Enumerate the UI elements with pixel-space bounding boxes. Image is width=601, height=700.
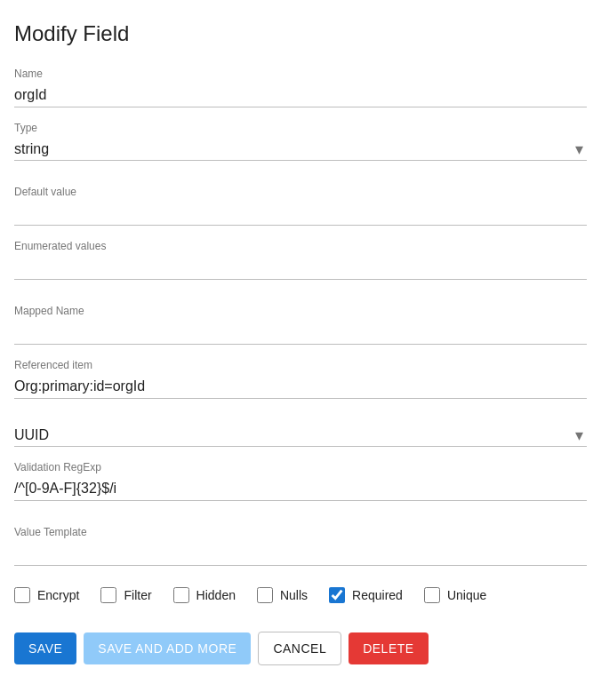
- validation-regexp-label: Validation RegExp: [14, 461, 587, 473]
- default-value-label: Default value: [14, 186, 587, 198]
- validation-regexp-input[interactable]: [14, 477, 587, 501]
- page-title: Modify Field: [14, 21, 587, 46]
- nulls-label: Nulls: [280, 588, 308, 602]
- enumerated-values-field-group: Enumerated values: [14, 240, 587, 280]
- filter-checkbox[interactable]: [100, 587, 116, 603]
- hidden-checkbox-item[interactable]: Hidden: [173, 587, 236, 603]
- enumerated-values-label: Enumerated values: [14, 240, 587, 252]
- filter-label: Filter: [124, 588, 151, 602]
- uuid-select-wrapper: UUID None ▾: [14, 424, 587, 447]
- value-template-field-group: Value Template: [14, 526, 587, 566]
- delete-button[interactable]: DELETE: [349, 632, 428, 664]
- mapped-name-input[interactable]: [14, 321, 587, 345]
- checkboxes-row: Encrypt Filter Hidden Nulls Required Uni…: [14, 587, 587, 603]
- referenced-item-label: Referenced item: [14, 359, 587, 371]
- required-checkbox[interactable]: [329, 587, 345, 603]
- mapped-name-field-group: Mapped Name: [14, 305, 587, 345]
- nulls-checkbox-item[interactable]: Nulls: [257, 587, 308, 603]
- type-field-group: Type string integer boolean array object…: [14, 122, 587, 161]
- name-input[interactable]: [14, 84, 587, 107]
- encrypt-label: Encrypt: [37, 588, 79, 602]
- nulls-checkbox[interactable]: [257, 587, 273, 603]
- save-and-add-more-button[interactable]: SAVE AND ADD MORE: [84, 632, 251, 664]
- uuid-field-group: UUID None ▾: [14, 424, 587, 447]
- referenced-item-input[interactable]: [14, 375, 587, 399]
- enumerated-values-input[interactable]: [14, 256, 587, 280]
- value-template-label: Value Template: [14, 526, 587, 538]
- save-button[interactable]: SAVE: [14, 632, 76, 664]
- uuid-select[interactable]: UUID None: [14, 424, 587, 447]
- referenced-item-field-group: Referenced item: [14, 359, 587, 399]
- buttons-row: SAVE SAVE AND ADD MORE CANCEL DELETE: [14, 632, 587, 665]
- name-label: Name: [14, 68, 587, 80]
- type-select-wrapper: string integer boolean array object ▾: [14, 138, 587, 161]
- filter-checkbox-item[interactable]: Filter: [100, 587, 151, 603]
- hidden-checkbox[interactable]: [173, 587, 189, 603]
- unique-checkbox[interactable]: [424, 587, 440, 603]
- hidden-label: Hidden: [196, 588, 236, 602]
- encrypt-checkbox-item[interactable]: Encrypt: [14, 587, 79, 603]
- unique-checkbox-item[interactable]: Unique: [424, 587, 486, 603]
- mapped-name-label: Mapped Name: [14, 305, 587, 317]
- name-field-group: Name: [14, 68, 587, 107]
- encrypt-checkbox[interactable]: [14, 587, 30, 603]
- value-template-input[interactable]: [14, 542, 587, 566]
- type-label: Type: [14, 122, 587, 134]
- unique-label: Unique: [447, 588, 486, 602]
- validation-regexp-field-group: Validation RegExp: [14, 461, 587, 501]
- required-checkbox-item[interactable]: Required: [329, 587, 403, 603]
- cancel-button[interactable]: CANCEL: [258, 632, 341, 665]
- required-label: Required: [352, 588, 403, 602]
- type-select[interactable]: string integer boolean array object: [14, 138, 587, 161]
- default-value-input[interactable]: [14, 202, 587, 226]
- default-value-field-group: Default value: [14, 186, 587, 226]
